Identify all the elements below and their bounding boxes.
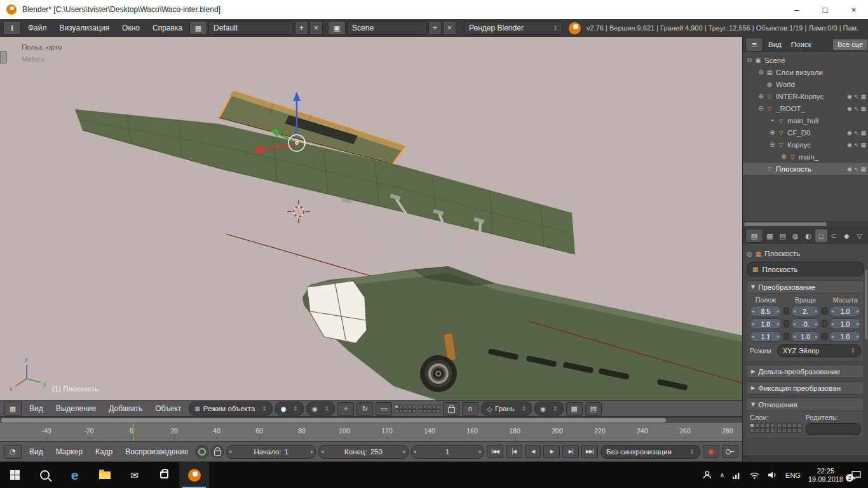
pin-icon[interactable]: ◎ [747,250,752,257]
ruler-tick[interactable]: 220 [594,427,606,435]
outliner-item-world[interactable]: ◍ World [743,78,868,90]
outliner-item-label[interactable]: INTER-Корпус [776,93,824,100]
outliner-item-main-hull[interactable]: • ▽ main_hull [743,114,868,126]
expand-icon[interactable]: ⊕ [768,129,776,136]
outliner-item-ploskost[interactable]: ▽ Плоскость ◉↖▦ [743,163,868,175]
screen-layout-field[interactable]: Default [208,21,294,35]
add-layout-button[interactable]: + [295,21,308,35]
action-center-button[interactable]: 2 [851,470,862,480]
wifi-icon[interactable] [749,471,760,479]
scale-x-field[interactable]: 1.0 [829,306,861,316]
maximize-button[interactable]: □ [811,0,839,19]
speaker-icon[interactable] [768,471,778,479]
start-button[interactable] [0,462,30,488]
blender-taskbar-button[interactable] [179,462,209,488]
lock-range-toggle[interactable] [211,445,224,458]
location-y-field[interactable]: 1.8 [750,318,782,329]
current-frame-indicator[interactable] [133,423,134,441]
layers-grid-2[interactable] [419,405,440,413]
ruler-tick[interactable]: 80 [298,427,306,435]
add-scene-button[interactable]: + [428,21,442,35]
viewport-shading-select[interactable]: ● [275,402,304,416]
expand-icon[interactable]: ⊕ [780,153,788,160]
proportional-edit-select[interactable]: ◉ [534,402,563,416]
visibility-eye-icon[interactable]: ◉ [847,142,852,148]
store-taskbar-button[interactable] [149,462,179,488]
record-button[interactable]: ● [703,445,719,458]
renderability-icon[interactable]: ▦ [860,105,866,112]
scene-browse-icon[interactable]: ▣ [328,21,346,35]
render-opengl-anim-button[interactable]: ▤ [585,402,602,416]
object-name-field[interactable]: ▦ Плоскость [747,262,864,276]
view3d-menu-view[interactable]: Вид [24,404,48,413]
renderability-icon[interactable]: ▦ [860,166,866,172]
expand-icon[interactable]: ⊖ [768,141,776,148]
play-button[interactable]: ▶ [543,445,560,458]
properties-tab-data[interactable]: ▽ [853,229,865,242]
editor-type-properties-button[interactable]: ▤ [745,229,763,243]
minimize-button[interactable]: – [782,0,811,19]
outliner-item-scene[interactable]: ⊖ ▣ Scene [743,54,868,66]
expand-icon[interactable]: ⊖ [745,57,754,64]
layers-grid-1[interactable] [395,405,416,413]
ruler-tick[interactable]: 200 [552,427,563,435]
rotation-x-field[interactable]: 2. [791,306,819,316]
properties-tab-modifiers[interactable]: ◆ [841,229,853,242]
lock-icon[interactable] [822,308,828,315]
transform-panel-header[interactable]: ▼ Преобразование [747,280,864,294]
view3d-menu-add[interactable]: Добавить [104,404,147,413]
lock-icon[interactable] [822,320,828,327]
location-z-field[interactable]: 1.1 [750,331,782,342]
tray-expand-icon[interactable]: ∧ [720,471,724,478]
renderability-icon[interactable]: ▦ [860,130,866,136]
renderability-icon[interactable]: ▦ [860,142,866,148]
edge-taskbar-button[interactable]: e [60,462,90,488]
expand-icon[interactable]: ⊕ [757,93,765,100]
timeline-menu-frame[interactable]: Кадр [90,447,118,456]
properties-tab-world[interactable]: ◐ [802,229,814,242]
manipulator-rotate-button[interactable]: ↻ [356,402,373,416]
ruler-tick[interactable]: 180 [509,427,520,435]
selectability-icon[interactable]: ↖ [854,166,859,172]
properties-tab-constraints[interactable]: ⊂ [828,229,840,242]
object-layers-grid[interactable] [750,423,802,433]
editor-type-timeline-button[interactable]: ◔ [4,445,22,459]
properties-tab-object[interactable]: ◻ [815,229,827,242]
search-button[interactable] [30,462,60,488]
visibility-eye-icon[interactable]: ◉ [847,93,852,100]
jump-next-keyframe-button[interactable]: ▶| [562,445,579,458]
lock-icon[interactable] [783,320,790,327]
language-indicator[interactable]: ENG [785,471,801,479]
selectability-icon[interactable]: ↖ [854,93,859,100]
scale-z-field[interactable]: 1.0 [829,331,861,342]
play-reverse-button[interactable]: ◀ [525,445,541,458]
menu-file[interactable]: Файл [22,19,53,37]
viewport-3d[interactable]: z x y Польз.-орто Meters (1) Плоскость [0,37,742,400]
outliner-item-root[interactable]: ⊖ ▽ _ROOT_ ◉↖▦ [743,102,868,114]
visibility-eye-icon[interactable]: ◉ [847,105,852,112]
properties-tab-render[interactable]: ▦ [764,229,776,242]
outliner-hscrollbar-handle[interactable] [744,222,827,226]
preview-range-toggle[interactable] [196,445,208,458]
people-icon[interactable] [702,470,712,480]
outliner-item-label[interactable]: Корпус [787,141,811,149]
mode-select[interactable]: ▦ Режим объекта [189,402,273,416]
properties-scrollbar[interactable] [865,269,867,339]
jump-to-end-button[interactable]: ▶▶| [581,445,598,458]
manipulator-scale-button[interactable]: ▭ [376,402,392,416]
taskbar-clock[interactable]: 22:25 19.09.2018 [808,467,843,484]
remove-layout-button[interactable]: × [309,21,323,35]
close-button[interactable]: × [839,0,868,19]
timeline-ruler[interactable]: -40 -20 0 20 40 60 80 100 120 140 160 18… [0,423,742,442]
keying-set-button[interactable] [722,445,738,458]
outliner-item-label[interactable]: World [776,81,795,88]
outliner-item-label[interactable]: _ROOT_ [776,105,805,112]
outliner-item-label[interactable]: Scene [764,57,785,64]
jump-to-start-button[interactable]: |◀◀ [487,445,503,458]
delta-transform-panel-header[interactable]: ▶ Дельта-преобразование [747,365,864,378]
selectability-icon[interactable]: ↖ [854,130,859,136]
outliner-item-render-layers[interactable]: ⊕ ▤ Слои визуали [743,66,868,78]
ruler-tick[interactable]: 140 [424,427,435,435]
jump-prev-keyframe-button[interactable]: |◀ [506,445,522,458]
view3d-menu-select[interactable]: Выделение [51,404,102,413]
